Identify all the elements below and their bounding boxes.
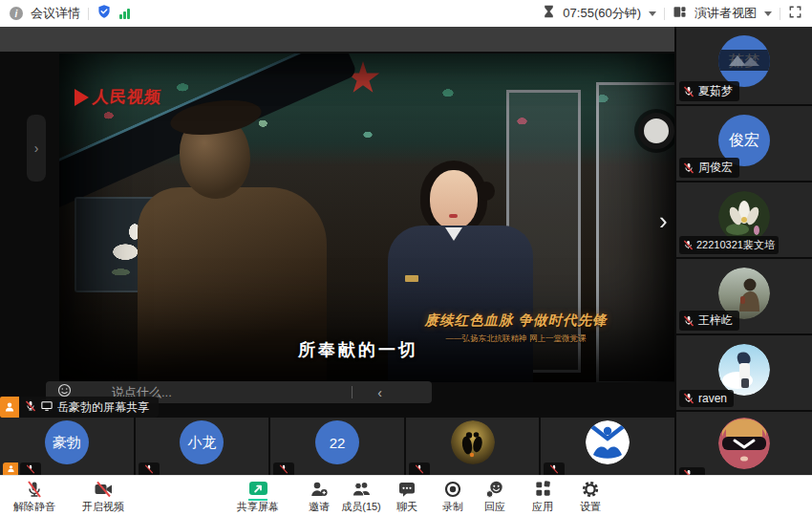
screen-share-banner-text: 岳豪勃的屏幕共享 — [57, 399, 149, 416]
unmute-button[interactable]: 解除静音 — [6, 479, 63, 514]
slogan-sub-text: ——弘扬东北抗联精神 网上一堂微党课 — [411, 333, 621, 345]
meeting-timer[interactable]: 07:55(60分钟) — [563, 5, 641, 22]
next-page-arrow[interactable]: › — [659, 208, 668, 233]
shared-screen-top-strip — [0, 27, 674, 52]
name-label-stub — [273, 462, 294, 475]
chevron-right-icon: › — [34, 140, 39, 156]
divider — [664, 8, 665, 20]
shared-screen-area: 人民视频 赓续红色血脉 争做时代先锋 ——弘扬东北抗联精神 网上一堂微党课 所奉… — [0, 27, 674, 475]
filmstrip-tile-haobo[interactable]: 豪勃 — [0, 418, 134, 475]
divider — [88, 8, 89, 20]
monitor-mini-icon — [41, 400, 53, 415]
timer-dropdown-caret[interactable] — [649, 11, 656, 16]
network-signal-icon[interactable] — [119, 8, 130, 19]
filmstrip-tile-22[interactable]: 22 — [270, 418, 404, 475]
mic-muted-mini-icon — [25, 400, 36, 415]
members-button[interactable]: 成员(15) — [332, 479, 390, 514]
left-panel-toggle[interactable]: › — [27, 115, 46, 182]
info-icon[interactable]: i — [10, 7, 23, 20]
members-icon — [352, 479, 372, 499]
timer-hourglass-icon — [543, 5, 555, 22]
participant-name-label — [679, 467, 705, 475]
participant-tile-cartoon[interactable] — [676, 412, 812, 475]
avatar: 茹梦 — [718, 35, 770, 87]
fullscreen-icon[interactable] — [788, 5, 802, 23]
blue-logo-avatar — [586, 420, 630, 464]
divider — [352, 386, 353, 398]
invite-icon — [310, 479, 329, 499]
share-screen-button[interactable]: 共享屏幕 — [229, 479, 287, 514]
participant-name-label: 夏茹梦 — [679, 81, 739, 101]
topbar: i 会议详情 07:55(60分钟) 演讲者视图 — [0, 0, 812, 27]
participant-tile-xiarumeng[interactable]: 茹梦 夏茹梦 — [676, 27, 812, 104]
participant-name-label: 周俊宏 — [679, 158, 739, 178]
video-subtitle: 所奉献的一切 — [298, 338, 418, 361]
name-label-stub — [139, 462, 160, 475]
settings-button[interactable]: 设置 — [569, 479, 611, 514]
cartoon-avatar — [718, 418, 770, 469]
participant-sidebar: 茹梦 夏茹梦 俊宏 周俊宏 22210321裴文培 — [676, 27, 812, 475]
lotus-avatar — [718, 191, 770, 243]
name-label-stub — [544, 462, 565, 475]
camera-off-icon — [94, 479, 114, 499]
penguin-avatar — [451, 420, 495, 464]
participant-name-label: raven — [679, 390, 734, 407]
play-triangle-icon — [75, 89, 89, 106]
avatar: 小龙 — [180, 420, 224, 464]
participant-filmstrip: 豪勃 小龙 22 — [0, 418, 674, 475]
security-shield-icon[interactable] — [96, 4, 112, 23]
avatar: 豪勃 — [45, 420, 89, 464]
anime-avatar — [718, 344, 770, 396]
share-active-underline — [248, 499, 267, 501]
video-slogan: 赓续红色血脉 争做时代先锋 ——弘扬东北抗联精神 网上一堂微党课 — [411, 312, 621, 345]
filmstrip-tile-logo[interactable] — [541, 418, 674, 475]
screen-share-banner: 岳豪勃的屏幕共享 — [0, 397, 159, 418]
avatar-overlay-band — [718, 50, 770, 71]
apps-button[interactable]: 应用 — [522, 479, 564, 514]
mic-off-icon — [25, 479, 44, 499]
view-mode-button[interactable]: 演讲者视图 — [694, 5, 757, 22]
shared-video-content: 人民视频 赓续红色血脉 争做时代先锋 ——弘扬东北抗联精神 网上一堂微党课 所奉… — [59, 54, 674, 382]
chat-button[interactable]: 聊天 — [386, 479, 428, 514]
bottom-toolbar: 解除静音 开启视频 共享屏幕 邀请 成员(15) 聊天 — [0, 475, 812, 516]
divider — [780, 8, 780, 20]
slogan-main-text: 赓续红色血脉 争做时代先锋 — [411, 312, 621, 330]
record-icon — [443, 479, 462, 499]
participant-name-label: 王梓屹 — [679, 311, 739, 331]
presenter-icon — [0, 397, 19, 418]
name-label-stub — [20, 462, 41, 475]
chat-icon — [397, 479, 417, 499]
camera-lens-overlay — [638, 113, 674, 149]
start-video-button[interactable]: 开启视频 — [75, 479, 132, 514]
participant-tile-peiwenpei[interactable]: 22210321裴文培 — [676, 183, 812, 257]
name-label-stub — [409, 462, 430, 475]
view-layout-icon — [673, 5, 687, 23]
view-dropdown-caret[interactable] — [764, 11, 772, 16]
participant-tile-wangziyi[interactable]: 王梓屹 — [676, 259, 812, 333]
meeting-stage: 人民视频 赓续红色血脉 争做时代先锋 ——弘扬东北抗联精神 网上一堂微党课 所奉… — [0, 27, 812, 475]
apps-icon — [534, 479, 552, 499]
record-button[interactable]: 录制 — [432, 479, 474, 514]
chevron-right-icon: › — [659, 206, 668, 235]
filmstrip-tile-penguin[interactable] — [406, 418, 540, 475]
filmstrip-tile-xiaolong[interactable]: 小龙 — [136, 418, 269, 475]
collapse-chat-icon[interactable]: ‹ — [377, 385, 382, 400]
share-screen-icon — [248, 479, 268, 499]
sharing-indicator-icon — [3, 462, 18, 475]
participant-tile-zhoujunhong[interactable]: 俊宏 周俊宏 — [676, 106, 812, 181]
participant-name-label: 22210321裴文培 — [679, 236, 779, 254]
meeting-details-button[interactable]: 会议详情 — [31, 5, 80, 22]
avatar: 22 — [315, 420, 359, 464]
watermark-text: 人民视频 — [92, 86, 162, 108]
participant-tile-raven[interactable]: raven — [676, 335, 812, 410]
reaction-button[interactable]: 回应 — [474, 479, 516, 514]
settings-icon — [581, 479, 600, 499]
video-watermark: 人民视频 — [75, 86, 161, 108]
reaction-icon — [485, 479, 504, 499]
